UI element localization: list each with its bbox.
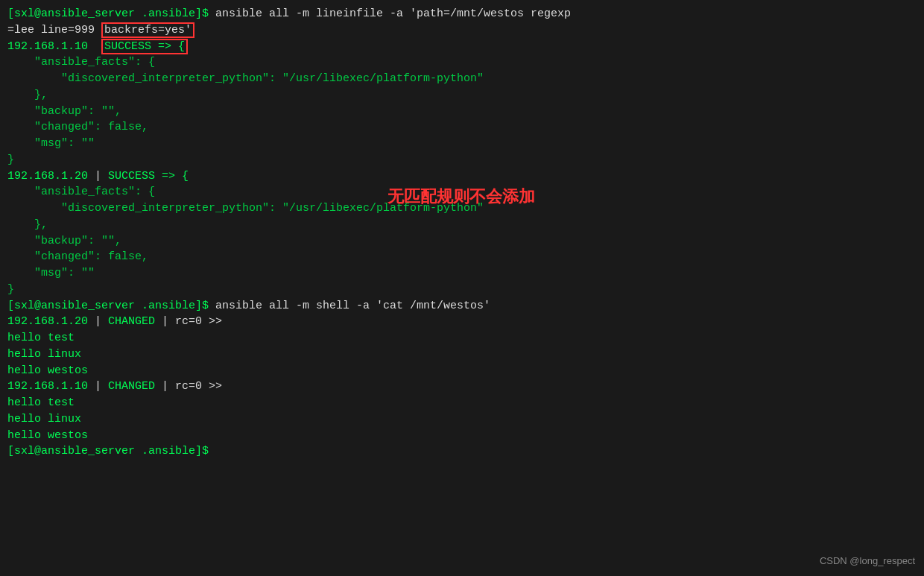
prompt-1: [sxl@ansible_server .ansible]$	[7, 7, 209, 20]
ip-3: 192.168.1.20	[7, 315, 88, 328]
ip-1: 192.168.1.10	[7, 40, 88, 53]
terminal-line-27: hello westos	[7, 428, 917, 444]
status-success-2: SUCCESS => {	[108, 170, 189, 183]
terminal-line-14: },	[7, 217, 917, 233]
terminal-line-26: hello linux	[7, 411, 917, 428]
terminal-line-7: "backup": "",	[7, 104, 917, 120]
cmd-2: =lee line=999	[7, 24, 101, 37]
terminal-line-3: 192.168.1.10 SUCCESS => {	[7, 39, 917, 55]
terminal-line-16: "changed": false,	[7, 249, 917, 265]
terminal-line-28: [sxl@ansible_server .ansible]$	[7, 443, 917, 460]
status-success-highlight: SUCCESS => {	[101, 39, 188, 54]
cmd-1: ansible all -m lineinfile -a 'path=/mnt/…	[209, 7, 571, 20]
annotation-text: 无匹配规则不会添加	[387, 185, 535, 209]
terminal-line-21: hello test	[7, 330, 917, 346]
terminal-line-2: =lee line=999 backrefs=yes'	[7, 22, 917, 39]
prompt-3: [sxl@ansible_server .ansible]$	[7, 445, 209, 458]
status-changed-1: CHANGED	[108, 315, 155, 328]
terminal-line-9: "msg": ""	[7, 136, 917, 152]
terminal-line-18: }	[7, 282, 917, 298]
terminal-line-20: 192.168.1.20 | CHANGED | rc=0 >>	[7, 314, 917, 330]
highlight-backrefs: backrefs=yes'	[101, 22, 194, 38]
status-changed-2: CHANGED	[108, 380, 155, 393]
terminal-line-23: hello westos	[7, 363, 917, 379]
cmd-3: ansible all -m shell -a 'cat /mnt/westos…	[209, 300, 490, 312]
ip-2: 192.168.1.20	[7, 170, 88, 183]
terminal-line-24: 192.168.1.10 | CHANGED | rc=0 >>	[7, 379, 917, 395]
terminal-line-22: hello linux	[7, 346, 917, 363]
terminal-line-8: "changed": false,	[7, 119, 917, 136]
terminal-line-17: "msg": ""	[7, 265, 917, 282]
terminal-line-19: [sxl@ansible_server .ansible]$ ansible a…	[7, 298, 917, 314]
terminal-line-1: [sxl@ansible_server .ansible]$ ansible a…	[7, 6, 917, 22]
terminal-line-25: hello test	[7, 395, 917, 411]
terminal: [sxl@ansible_server .ansible]$ ansible a…	[0, 0, 924, 576]
terminal-line-6: },	[7, 87, 917, 104]
terminal-line-5: "discovered_interpreter_python": "/usr/l…	[7, 71, 917, 87]
terminal-line-15: "backup": "",	[7, 233, 917, 250]
terminal-line-10: }	[7, 152, 917, 168]
csdn-watermark: CSDN @long_respect	[820, 554, 915, 569]
terminal-line-4: "ansible_facts": {	[7, 54, 917, 71]
prompt-2: [sxl@ansible_server .ansible]$	[7, 300, 209, 312]
ip-4: 192.168.1.10	[7, 380, 88, 393]
terminal-line-11: 192.168.1.20 | SUCCESS => {	[7, 168, 917, 185]
